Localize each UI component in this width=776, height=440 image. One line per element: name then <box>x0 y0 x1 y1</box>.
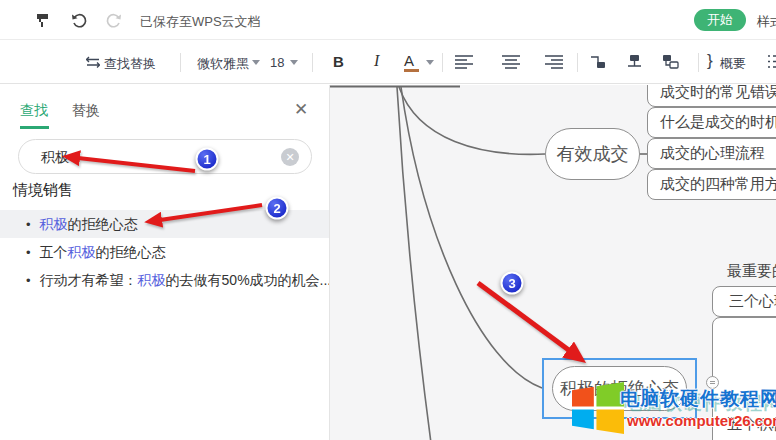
start-tab-button[interactable]: 开始 <box>694 9 746 31</box>
active-tab-underline <box>20 126 49 129</box>
divider <box>442 53 443 72</box>
format-painter-icon[interactable] <box>34 12 51 29</box>
mindmap-node-label[interactable]: 五个积极 <box>727 415 776 434</box>
italic-button[interactable]: I <box>374 52 379 70</box>
mindmap-canvas[interactable]: 有效成交 成交时的常见错误 什么是成交的时机 成交的心理流程 成交的四种常用方法… <box>330 85 776 440</box>
mindmap-node[interactable]: 成交时的常见错误 <box>647 85 776 107</box>
toolbar: 查找替换 微软雅黑 18 B I A <box>0 40 776 84</box>
insert-topic-icon[interactable] <box>626 54 643 69</box>
result-match-text: 积极 <box>138 272 166 288</box>
chevron-down-icon[interactable] <box>426 60 434 65</box>
result-text: 的拒绝心态 <box>96 244 166 260</box>
bullet-icon: • <box>26 245 31 260</box>
mindmap-node-effective-deal[interactable]: 有效成交 <box>545 128 640 180</box>
align-left-icon[interactable] <box>455 55 473 69</box>
tab-find-label: 查找 <box>20 102 48 118</box>
bold-button[interactable]: B <box>333 53 344 70</box>
chevron-down-icon[interactable] <box>290 60 298 65</box>
find-replace-panel: 查找 替换 ✕ 积极 ✕ 情境销售 •积极的拒绝心态 •五个积极的拒绝心态 •行… <box>0 85 330 440</box>
collapse-node-icon[interactable] <box>706 376 719 389</box>
font-color-swatch <box>404 69 419 72</box>
wps-mindmap-window: 已保存至WPS云文档 开始 样式 查找替换 微软雅黑 18 B I A <box>0 0 776 440</box>
result-match-text: 积极 <box>40 216 68 232</box>
mindmap-node[interactable]: 三个心理 <box>712 286 776 317</box>
insert-subtopic-icon[interactable] <box>589 54 606 69</box>
mindmap-node[interactable]: 成交的四种常用方法 <box>647 169 776 200</box>
search-result-item[interactable]: •行动才有希望：积极的去做有50%成功的机会... <box>0 266 329 294</box>
search-input-value: 积极 <box>41 149 69 167</box>
redo-icon[interactable] <box>106 12 123 29</box>
bullet-icon: • <box>26 217 31 232</box>
divider <box>312 53 313 72</box>
search-result-item[interactable]: •积极的拒绝心态 <box>0 210 329 238</box>
font-color-button[interactable]: A <box>404 52 419 72</box>
result-text: 五个 <box>40 244 68 260</box>
result-text: 行动才有希望： <box>40 272 138 288</box>
numbered-list-icon[interactable] <box>768 54 776 69</box>
bullet-icon: • <box>26 273 31 288</box>
result-text: 的拒绝心态 <box>68 216 138 232</box>
result-group-title: 情境销售 <box>13 181 73 200</box>
undo-icon[interactable] <box>70 12 87 29</box>
divider <box>698 53 699 72</box>
outline-brace-icon: } <box>707 51 713 71</box>
chevron-down-icon[interactable] <box>252 60 260 65</box>
result-match-text: 积极 <box>68 244 96 260</box>
search-input[interactable]: 积极 ✕ <box>18 139 312 174</box>
mindmap-node[interactable]: 成交的心理流程 <box>647 138 776 169</box>
mindmap-node-label[interactable]: 最重要的 <box>727 262 776 281</box>
divider <box>577 53 578 72</box>
outline-button[interactable]: 概要 <box>720 55 746 73</box>
insert-sibling-topic-icon[interactable] <box>662 54 679 69</box>
find-replace-icon <box>86 56 100 68</box>
font-size-select[interactable]: 18 <box>270 55 284 70</box>
close-icon[interactable]: ✕ <box>294 99 308 120</box>
mindmap-node[interactable]: 什么是成交的时机 <box>647 107 776 138</box>
search-result-item[interactable]: •五个积极的拒绝心态 <box>0 238 329 266</box>
align-center-icon[interactable] <box>502 55 520 69</box>
find-replace-button[interactable]: 查找替换 <box>104 55 156 73</box>
save-status-text: 已保存至WPS云文档 <box>140 13 261 31</box>
style-tab-button[interactable]: 样式 <box>757 13 776 31</box>
font-color-letter: A <box>404 52 414 69</box>
font-name-select[interactable]: 微软雅黑 <box>197 55 249 73</box>
result-text: 的去做有50%成功的机会... <box>166 272 329 288</box>
tab-find[interactable]: 查找 <box>20 102 48 120</box>
titlebar: 已保存至WPS云文档 开始 样式 <box>0 0 776 40</box>
divider <box>180 53 181 72</box>
clear-search-icon[interactable]: ✕ <box>281 148 299 166</box>
tab-replace[interactable]: 替换 <box>72 102 100 120</box>
mindmap-node-selected[interactable]: 积极的拒绝心态 <box>552 366 687 411</box>
align-right-icon[interactable] <box>545 55 563 69</box>
